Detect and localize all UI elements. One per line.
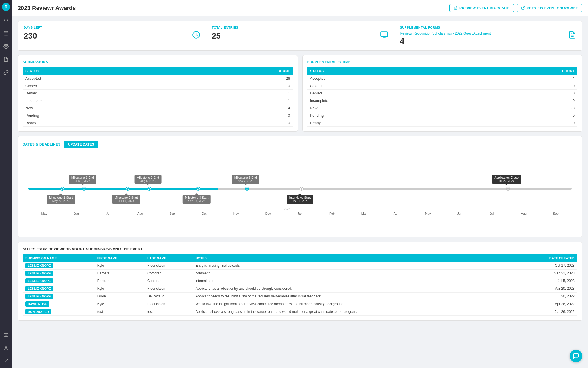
entries-icon [380,31,388,41]
status-col-header: STATUS [23,67,175,75]
days-left-card: DAYS LEFT 230 [18,21,206,50]
count-cell: 1 [175,97,293,104]
count-cell: 14 [175,104,293,112]
header-buttons: PREVIEW EVENT MICROSITE PREVIEW EVENT SH… [449,4,582,12]
sf-count-cell: 4 [460,75,577,82]
avatar[interactable]: R [2,3,10,11]
notes-cell: Applicant has a robust entry and should … [193,285,517,293]
submissions-card: SUBMISSIONS STATUS COUNT Accepted26Close… [18,55,298,132]
table-row: Closed0 [307,82,578,90]
milestone3-start-label: Milestone 3 StartSep 17, 2023 [183,195,211,204]
first-name-col: FIRST NAME [95,254,145,262]
submission-name-cell: LESLIE KNOPE [23,293,95,300]
list-item: LESLIE KNOPE Kyle Fredrickson Applicant … [23,285,577,293]
submission-badge[interactable]: LESLIE KNOPE [25,286,53,291]
calendar-icon[interactable] [2,29,10,37]
timeline-active-segment [28,188,218,190]
dates-title: DATES & DEADLINES [23,142,61,146]
submission-name-cell: LESLIE KNOPE [23,285,95,293]
status-cell: Denied [23,90,175,97]
month-aug: Aug [124,212,156,215]
status-cell: Accepted [23,75,175,82]
table-row: Ready0 [307,119,578,127]
submissions-title: SUBMISSIONS [23,60,293,64]
document-icon[interactable] [2,55,10,63]
first-name-cell: Barbara [95,277,145,285]
page-header: 2023 Reviewr Awards PREVIEW EVENT MICROS… [12,0,588,16]
dates-card: DATES & DEADLINES UPDATE DATES Milestone… [18,136,582,237]
supplemental-forms-table: STATUS COUNT Accepted4Closed0Denied0Inco… [307,67,578,127]
table-row: Accepted26 [23,75,293,82]
sf-count-cell: 0 [460,97,577,104]
count-cell: 0 [175,82,293,90]
status-cell: Closed [23,82,175,90]
month-sep-2024: Sep [540,212,572,215]
update-dates-button[interactable]: UPDATE DATES [64,141,98,148]
sf-count-cell: 0 [460,90,577,97]
user-icon[interactable] [2,344,10,352]
list-item: DON DRAPER test test Applicant shows a s… [23,308,577,316]
svg-point-4 [5,46,7,47]
link-icon[interactable] [2,69,10,77]
notes-table: SUBMISSION NAME FIRST NAME LAST NAME NOT… [23,254,577,316]
submission-badge[interactable]: LESLIE KNOPE [25,294,53,299]
month-jul: Jul [92,212,124,215]
count-cell: 0 [175,119,293,127]
table-row: Closed0 [23,82,293,90]
settings-icon[interactable] [2,42,10,50]
table-row: New23 [307,104,578,112]
milestone3-end-dot [246,187,248,190]
submission-name-col: SUBMISSION NAME [23,254,95,262]
month-dec: Dec [252,212,284,215]
globe-icon[interactable] [2,331,10,339]
date-created-cell: Jul 5, 2023 [517,277,577,285]
count-cell: 26 [175,75,293,82]
count-cell: 0 [175,112,293,119]
milestone3-end-label: Milestone 3 EndNov 7, 2023 [232,175,259,184]
svg-line-9 [455,7,457,8]
submission-badge[interactable]: LESLIE KNOPE [25,271,53,276]
preview-showcase-button[interactable]: PREVIEW EVENT SHOWCASE [517,4,582,12]
notes-cell: Applicant needs to resubmit a few of the… [193,293,517,300]
submission-badge[interactable]: DAVID ROSE [25,301,49,307]
table-row: Incomplete1 [23,97,293,104]
days-left-label: DAYS LEFT [24,26,200,29]
date-created-cell: Jul 20, 2022 [517,293,577,300]
dates-header: DATES & DEADLINES UPDATE DATES [23,141,577,148]
sf-status-cell: Pending [307,112,460,119]
milestone2-start-label: Milestone 2 StartJul 10, 2023 [112,195,140,204]
year-2024-label: 2024 [284,207,290,210]
count-col-header: COUNT [175,67,293,75]
chat-button[interactable] [570,350,582,362]
sf-status-cell: Closed [307,82,460,90]
last-name-col: LAST NAME [145,254,193,262]
last-name-cell: Fredrickson [145,300,193,308]
month-oct: Oct [188,212,220,215]
status-cell: Pending [23,112,175,119]
month-nov: Nov [220,212,252,215]
milestone1-end-dot [83,187,85,190]
submissions-table: STATUS COUNT Accepted26Closed0Denied1Inc… [23,67,293,127]
milestone1-start-label: Milestone 1 StartMay 22, 2023 [47,195,75,204]
notifications-icon[interactable] [2,16,10,24]
table-row: Incomplete0 [307,97,578,104]
sf-count-cell: 23 [460,104,577,112]
milestone2-end-label: Milestone 2 EndAug 6, 2023 [134,175,161,184]
first-name-cell: test [95,308,145,316]
notes-card: NOTES FROM REVIEWERS ABOUT SUBMISSIONS A… [18,242,582,321]
sf-status-cell: Incomplete [307,97,460,104]
submission-badge[interactable]: DON DRAPER [25,309,51,314]
list-item: LESLIE KNOPE Dillon De Rozairo Applicant… [23,293,577,300]
submission-badge[interactable]: LESLIE KNOPE [25,278,53,283]
preview-microsite-button[interactable]: PREVIEW EVENT MICROSITE [449,4,514,12]
date-created-cell: Jan 26, 2022 [517,308,577,316]
main-content: 2023 Reviewr Awards PREVIEW EVENT MICROS… [12,0,588,368]
month-aug-2024: Aug [508,212,540,215]
application-close-dot [507,187,509,190]
month-jun: Jun [60,212,92,215]
total-entries-value: 25 [212,31,388,41]
submission-badge[interactable]: LESLIE KNOPE [25,263,53,268]
svg-line-10 [523,7,525,8]
share-icon[interactable] [2,357,10,365]
sf-count-cell: 0 [460,82,577,90]
